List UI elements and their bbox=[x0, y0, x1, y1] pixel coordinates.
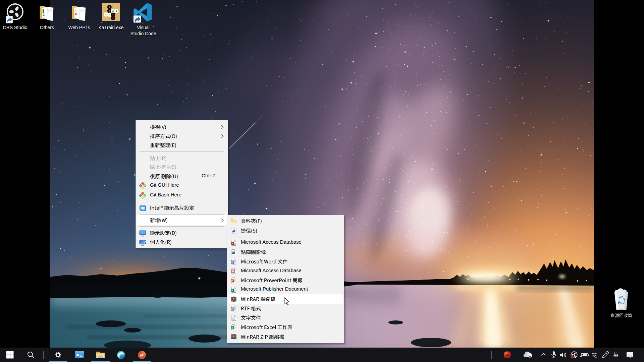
svg-text:X: X bbox=[231, 326, 233, 329]
svg-text:W: W bbox=[231, 261, 234, 264]
svg-text:P: P bbox=[231, 289, 233, 292]
svg-text:W: W bbox=[231, 307, 234, 310]
svg-text:P: P bbox=[231, 280, 233, 283]
svg-text:A: A bbox=[231, 242, 233, 245]
svg-text:P: P bbox=[140, 352, 144, 358]
